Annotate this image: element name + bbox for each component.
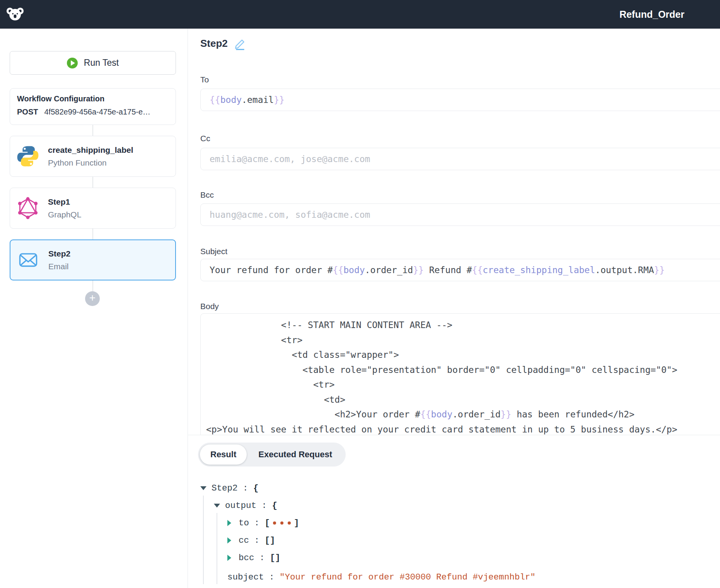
tree-row-subject: subject : "Your refund for order #30000 … [200,568,720,586]
tree-bracket: [ [265,518,270,528]
step-editor-title: Step2 [200,38,228,50]
tree-empty-array: [] [265,535,275,545]
results-tab-group: Result Executed Request [198,443,346,467]
template-token-plain: <p>You will see it reflected on your cre… [206,424,677,434]
code-line: <tr> [206,333,720,348]
template-token-plain: .order_id [365,265,413,275]
template-token-brace: }} [654,265,665,275]
tree-caret-collapsed-icon[interactable] [227,537,231,544]
template-token-brace: }} [274,95,285,105]
tree-string-value: "Your refund for order #30000 Refund #vj… [280,572,536,582]
tree-open-brace: { [272,501,278,511]
step-title: Step2 [48,249,70,258]
step-editor-panel: Step2 To {{body.email}} Cc emilia@acme.c… [188,29,720,588]
template-token-var: body [431,409,452,419]
tree-row-bcc: bcc : [] [200,549,720,566]
tab-executed-request[interactable]: Executed Request [247,444,344,465]
run-test-label: Run Test [84,58,119,68]
template-token-brace: }} [413,265,424,275]
subject-label: Subject [200,247,227,256]
add-step-button[interactable]: + [85,291,100,306]
cc-placeholder: emilia@acme.com, jose@acme.com [210,154,370,164]
body-code-editor[interactable]: <!-- START MAIN CONTENT AREA --> <tr> <t… [200,313,720,435]
template-token-plain: .output.RMA [595,265,654,275]
template-token-plain: .email [242,95,274,105]
template-token-plain: <h2>Your order # [206,409,420,419]
results-panel: Result Executed Request Step2 : {output … [188,435,720,549]
play-icon [67,58,78,68]
email-step-form: Step2 To {{body.email}} Cc emilia@acme.c… [188,29,720,435]
collapsed-array-dots[interactable] [273,521,291,525]
template-token-brace: {{ [333,265,344,275]
template-token-plain: <td> [206,395,345,405]
edit-pencil-icon[interactable] [233,36,247,50]
template-token-plain: .order_id [452,409,501,419]
step-connector-line [92,280,93,291]
step-type: Email [48,262,70,271]
step-type: GraphQL [48,210,81,219]
tree-row-to: to : [] [200,514,720,532]
code-line: <tr> [206,377,720,392]
workflow-configuration-title: Workflow Configuration [17,94,169,103]
to-label: To [200,75,209,84]
template-token-plain: Refund # [424,265,472,275]
run-test-button[interactable]: Run Test [10,51,176,75]
result-json-tree: Step2 : {output : {to : []cc : []bcc : [… [200,479,720,586]
template-token-brace: }} [501,409,512,419]
tree-key: output [225,501,256,511]
code-line: <td class="wrapper"> [206,347,720,362]
step-connector-line [92,229,93,239]
email-envelope-icon [17,248,40,272]
subject-input[interactable]: Your refund for order #{{body.order_id}}… [200,259,720,281]
workflow-configuration-card[interactable]: Workflow Configuration POST 4f582e99-456… [10,88,176,125]
template-token-brace: {{ [472,265,483,275]
template-token-plain: <!-- START MAIN CONTENT AREA --> [206,320,452,330]
tree-key: to [239,518,249,528]
bcc-label: Bcc [200,190,214,200]
tree-separator: : [238,483,254,493]
tree-caret-collapsed-icon[interactable] [227,555,231,561]
step-title: Step1 [48,197,81,207]
step-card-step1[interactable]: Step1 GraphQL [10,188,176,229]
tree-bracket: ] [294,518,299,528]
workflow-sidebar: Run Test Workflow Configuration POST 4f5… [0,29,188,588]
template-token-plain: <tr> [206,335,302,345]
template-token-plain: Your refund for order # [210,265,333,275]
tab-result[interactable]: Result [200,444,247,465]
tree-key: Step2 [212,483,238,493]
http-method-badge: POST [17,108,38,116]
step-card-step2-selected[interactable]: Step2 Email [10,239,176,280]
tree-separator: : [249,518,265,528]
template-token-var: body [220,95,242,105]
tree-separator: : [249,535,265,545]
graphql-icon [16,197,39,220]
workflow-title: Refund_Order [619,9,684,20]
cc-input[interactable]: emilia@acme.com, jose@acme.com [200,148,720,170]
template-token-plain: <td class="wrapper"> [206,350,399,360]
step-connector-line [92,177,93,188]
to-input[interactable]: {{body.email}} [200,89,720,111]
template-token-brace: {{ [420,409,431,419]
body-label: Body [200,302,219,311]
bcc-input[interactable]: huang@acme.com, sofia@acme.com [200,203,720,226]
step-type: Python Function [48,158,133,168]
app-header: Refund_Order [0,0,720,29]
code-line: <p>You will see it reflected on your cre… [206,422,720,435]
tree-caret-expanded-icon[interactable] [200,486,206,490]
bcc-placeholder: huang@acme.com, sofia@acme.com [210,210,370,220]
tree-caret-collapsed-icon[interactable] [227,520,231,526]
tree-empty-array: [] [270,553,280,563]
code-line: <table role="presentation" border="0" ce… [206,362,720,378]
template-token-var: body [343,265,365,275]
tree-caret-expanded-icon[interactable] [214,504,220,508]
template-token-plain: <tr> [206,379,334,390]
tree-row-output: output : { [200,497,720,514]
step-connector-line [92,125,93,136]
tree-indent-guide [217,513,217,584]
cc-label: Cc [200,134,210,143]
tree-row-cc: cc : [] [200,532,720,549]
tree-key: cc [239,535,249,545]
tree-separator: : [264,572,280,582]
step-card-create-shipping-label[interactable]: create_shipping_label Python Function [10,136,176,177]
code-line: <td> [206,392,720,407]
